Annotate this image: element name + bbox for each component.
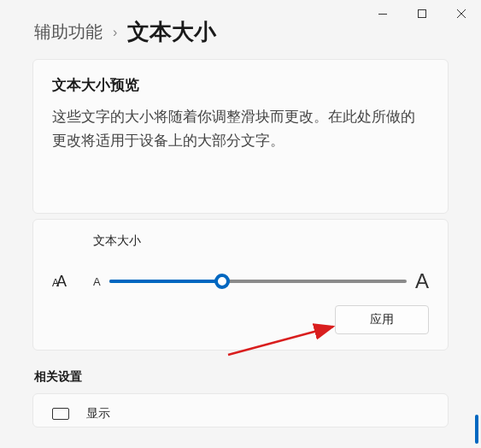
preview-title: 文本大小预览 [52,75,429,95]
scrollbar-indicator[interactable] [475,415,478,444]
maximize-button[interactable] [402,0,442,27]
slider-max-marker: A [415,269,429,293]
minimize-button[interactable] [363,0,402,27]
maximize-icon [418,9,426,18]
preview-text: 这些文字的大小将随着你调整滑块而更改。在此处所做的更改将适用于设备上的大部分文字… [52,105,429,153]
monitor-icon [52,408,69,420]
slider-min-marker: A [93,275,101,288]
close-icon [457,9,466,18]
display-settings-item[interactable]: 显示 [32,393,449,427]
text-size-icon: AA [52,273,83,291]
text-size-slider[interactable] [109,280,407,283]
svg-rect-1 [419,10,426,18]
minimize-icon [378,14,387,15]
svg-rect-0 [378,14,387,15]
slider-label: 文本大小 [52,233,429,249]
apply-button[interactable]: 应用 [335,305,429,334]
text-preview-card: 文本大小预览 这些文字的大小将随着你调整滑块而更改。在此处所做的更改将适用于设备… [32,59,449,214]
slider-thumb[interactable] [214,274,230,289]
chevron-right-icon: › [113,25,117,40]
slider-fill [109,280,222,283]
display-title: 显示 [86,406,110,421]
related-settings-heading: 相关设置 [34,369,449,385]
close-button[interactable] [442,0,481,27]
breadcrumb-parent[interactable]: 辅助功能 [34,21,103,44]
text-size-slider-card: 文本大小 AA A A 应用 [32,219,449,351]
page-title: 文本大小 [127,17,216,47]
